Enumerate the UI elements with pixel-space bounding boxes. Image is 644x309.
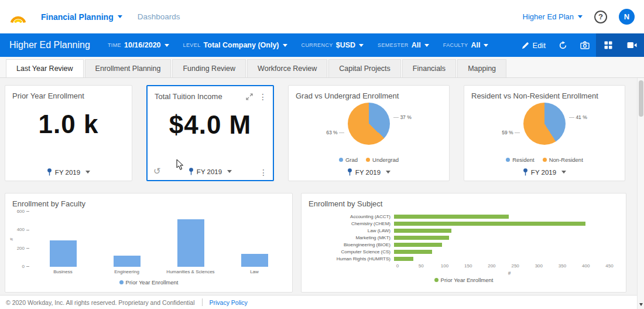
- tab-last-year-review[interactable]: Last Year Review: [6, 59, 84, 77]
- filter-level[interactable]: LEVEL Total Company (Only): [183, 41, 287, 49]
- pencil-icon: [522, 42, 529, 49]
- edit-button-label: Edit: [533, 41, 546, 50]
- legend-item[interactable]: Grad: [339, 157, 358, 163]
- tab-enrollment-planning[interactable]: Enrollment Planning: [85, 59, 172, 77]
- card-row-2: Enrollment by Faculty # 0200400600 Busin…: [5, 193, 632, 293]
- category-label: Chemistry (CHEM): [306, 221, 394, 226]
- legend-dot: [339, 158, 343, 162]
- bar[interactable]: [241, 254, 268, 267]
- filter-currency[interactable]: CURRENCY $USD: [302, 41, 364, 49]
- kebab-menu-icon[interactable]: ⋮: [259, 168, 268, 176]
- period-selector[interactable]: FY 2019: [148, 168, 273, 175]
- bar[interactable]: [177, 219, 204, 267]
- bar[interactable]: [394, 257, 413, 261]
- tab-capital-projects[interactable]: Capital Projects: [328, 59, 401, 77]
- pin-icon: [523, 168, 528, 176]
- legend-item[interactable]: Undergrad: [366, 157, 399, 163]
- pie-percentage-label: 41 %: [569, 114, 587, 120]
- category-label: Engineering: [95, 269, 159, 274]
- grid-view-button[interactable]: [596, 33, 620, 57]
- bar[interactable]: [50, 240, 77, 267]
- card-header: Grad vs Undergrad Enrollment: [289, 86, 449, 100]
- tab-workforce-review[interactable]: Workforce Review: [247, 59, 327, 77]
- bar[interactable]: [394, 236, 449, 240]
- pie-chart[interactable]: [523, 103, 566, 145]
- vertical-scrollbar[interactable]: [637, 78, 644, 309]
- scrollbar-thumb[interactable]: [639, 80, 643, 117]
- video-button[interactable]: [620, 33, 644, 57]
- chevron-down-icon: [359, 44, 364, 47]
- filter-semester[interactable]: SEMESTER All: [378, 41, 429, 49]
- card-prior-year-enrollment[interactable]: Prior Year Enrollment 1.0 k FY 2019: [5, 85, 132, 181]
- tab-mapping[interactable]: Mapping: [457, 59, 506, 77]
- card-total-tuition-income[interactable]: Total Tuition Income ⋮ $4.0 M ↺ F: [146, 85, 274, 181]
- kebab-menu-icon[interactable]: ⋮: [259, 93, 267, 101]
- bar-track: [394, 229, 609, 233]
- chart-legend: Grad Undergrad: [289, 157, 449, 163]
- period-selector[interactable]: FY 2019: [289, 168, 449, 176]
- page-title: Higher Ed Planning: [9, 40, 90, 50]
- expand-icon[interactable]: [246, 93, 253, 100]
- tab-funding-review[interactable]: Funding Review: [172, 59, 246, 77]
- workday-logo-icon[interactable]: [9, 9, 27, 25]
- filter-time[interactable]: TIME 10/16/2020: [108, 41, 169, 49]
- bar-row: Marketing (MKT): [306, 235, 609, 240]
- card-resident-vs-nonresident[interactable]: Resident vs Non-Resident Enrollment 59 %…: [464, 85, 625, 181]
- category-label: Law (LAW): [306, 228, 394, 233]
- copyright-text: © 2020 Workday, Inc. All rights reserved…: [6, 299, 195, 306]
- legend-item[interactable]: Prior Year Enrollment: [119, 279, 179, 286]
- category-label: Bioengineering (BIOE): [306, 242, 394, 247]
- filter-faculty[interactable]: FACULTY All: [443, 41, 489, 49]
- bar[interactable]: [394, 229, 451, 233]
- bar[interactable]: [394, 215, 509, 219]
- refresh-button[interactable]: [552, 33, 574, 57]
- privacy-policy-link[interactable]: Privacy Policy: [210, 299, 248, 306]
- card-enrollment-by-faculty[interactable]: Enrollment by Faculty # 0200400600 Busin…: [5, 193, 293, 293]
- avatar[interactable]: N: [619, 9, 635, 25]
- x-axis-tick: 350: [559, 263, 566, 269]
- bar-group: [222, 212, 286, 267]
- help-icon[interactable]: ?: [594, 11, 607, 23]
- bar[interactable]: [394, 250, 432, 254]
- chart-legend: Prior Year Enrollment: [5, 279, 292, 286]
- top-navigation-bar: Financial Planning Dashboards Higher Ed …: [0, 0, 644, 33]
- tab-financials[interactable]: Financials: [402, 59, 456, 77]
- nav-dashboards[interactable]: Dashboards: [138, 12, 180, 21]
- video-camera-icon: [627, 42, 637, 49]
- category-label: Human Rights (HUMRTS): [306, 256, 394, 262]
- period-label: FY 2019: [197, 168, 222, 175]
- edit-button[interactable]: Edit: [515, 33, 552, 57]
- x-axis-tick: 450: [605, 263, 613, 269]
- pie-chart[interactable]: [348, 103, 390, 145]
- period-selector[interactable]: FY 2019: [5, 168, 132, 176]
- screenshot-button[interactable]: [574, 33, 596, 57]
- scrollbar-down-button[interactable]: [638, 301, 644, 308]
- legend-item[interactable]: Prior Year Enrollment: [434, 277, 494, 283]
- period-selector[interactable]: FY 2019: [464, 168, 625, 176]
- bar-group: [159, 212, 222, 267]
- nav-financial-planning[interactable]: Financial Planning: [41, 12, 122, 22]
- pin-icon: [189, 168, 194, 175]
- bar-track: [394, 250, 609, 254]
- card-enrollment-by-subject[interactable]: Enrollment by Subject Accounting (ACCT)C…: [301, 193, 626, 293]
- category-labels: BusinessEngineeringHumanities & Sciences…: [31, 269, 286, 274]
- legend-item[interactable]: Non-Resident: [543, 157, 583, 163]
- plot-area: BusinessEngineeringHumanities & Sciences…: [31, 212, 286, 274]
- horizontal-bar-chart[interactable]: Accounting (ACCT)Chemistry (CHEM)Law (LA…: [306, 214, 609, 270]
- card-title: Resident vs Non-Resident Enrollment: [471, 91, 598, 100]
- card-header: Enrollment by Subject: [302, 193, 626, 208]
- bar[interactable]: [114, 256, 141, 267]
- bar-track: [394, 257, 609, 261]
- filter-value: All: [471, 41, 480, 49]
- plan-selector[interactable]: Higher Ed Plan: [523, 12, 583, 21]
- filter-label: LEVEL: [183, 42, 201, 48]
- bar-chart[interactable]: # 0200400600 BusinessEngineeringHumaniti…: [8, 212, 286, 274]
- chart-legend: Prior Year Enrollment: [302, 277, 626, 283]
- chevron-down-icon: [424, 44, 429, 47]
- kpi-value: $4.0 M: [148, 110, 273, 140]
- legend-item[interactable]: Resident: [506, 157, 535, 163]
- card-grad-vs-undergrad[interactable]: Grad vs Undergrad Enrollment 63 % 37 % G…: [288, 85, 450, 181]
- bar[interactable]: [394, 222, 585, 226]
- kpi-value: 1.0 k: [5, 110, 132, 139]
- bar[interactable]: [394, 243, 442, 247]
